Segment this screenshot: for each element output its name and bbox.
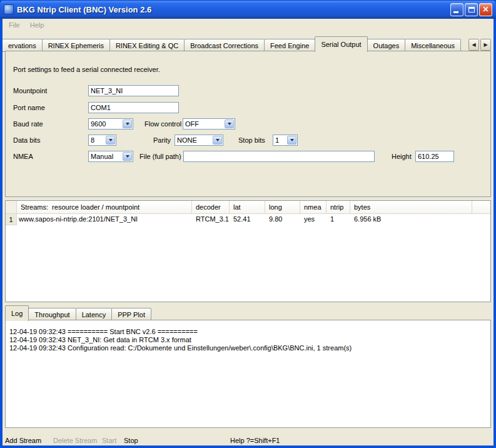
- stop-bits-select[interactable]: 1: [273, 135, 298, 146]
- stop-button[interactable]: Stop: [124, 435, 138, 445]
- main-tab-bar: ervations RINEX Ephemeris RINEX Editing …: [3, 36, 491, 51]
- streams-table: Streams: resource loader / mountpoint de…: [5, 200, 491, 302]
- cell-long: 9.80: [265, 214, 300, 225]
- baud-rate-value: 9600: [89, 120, 123, 128]
- bnc-window: BKG Ntrip Client (BNC) Version 2.6 ✕ Fil…: [0, 0, 496, 448]
- parity-value: NONE: [175, 136, 213, 144]
- log-line: 12-04-19 09:32:43 Configuration read: C:…: [9, 344, 487, 352]
- dropdown-arrow-icon: [213, 136, 222, 145]
- tab-serial-output[interactable]: Serial Output: [315, 36, 367, 52]
- cell-ntrip: 1: [326, 214, 350, 225]
- delete-stream-button[interactable]: Delete Stream: [53, 435, 97, 445]
- header-decoder[interactable]: decoder: [192, 201, 230, 214]
- tab-scroll-right-icon[interactable]: ▶: [480, 39, 491, 51]
- header-bytes[interactable]: bytes: [350, 201, 472, 214]
- header-lat[interactable]: lat: [230, 201, 265, 214]
- tab-rinex-ephemeris[interactable]: RINEX Ephemeris: [42, 39, 110, 52]
- row-number: 1: [6, 214, 17, 225]
- window-title: BKG Ntrip Client (BNC) Version 2.6: [17, 5, 450, 14]
- mountpoint-input[interactable]: [88, 85, 179, 96]
- pane-description: Port settings to feed a serial connected…: [13, 64, 160, 75]
- minimize-icon: [453, 11, 458, 13]
- data-bits-value: 8: [89, 136, 106, 144]
- port-name-input[interactable]: [88, 102, 179, 113]
- baud-rate-label: Baud rate: [13, 118, 43, 130]
- nmea-label: NMEA: [13, 151, 33, 162]
- header-filler: [472, 201, 490, 214]
- tab-latency[interactable]: Latency: [76, 308, 113, 321]
- table-corner: [6, 201, 17, 214]
- log-text: 12-04-19 09:32:43 ========== Start BNC v…: [6, 320, 490, 352]
- dropdown-arrow-icon: [106, 136, 115, 145]
- serial-output-pane: Port settings to feed a serial connected…: [5, 51, 491, 197]
- file-path-input[interactable]: [183, 151, 375, 162]
- menu-help[interactable]: Help: [25, 19, 49, 32]
- flow-control-value: OFF: [183, 120, 225, 128]
- height-label: Height: [392, 151, 412, 162]
- tab-feed-engine[interactable]: Feed Engine: [264, 39, 315, 52]
- cell-decoder: RTCM_3.1: [192, 214, 230, 225]
- app-icon: [4, 4, 14, 14]
- tab-observations[interactable]: ervations: [3, 39, 43, 52]
- flow-control-select[interactable]: OFF: [183, 118, 235, 130]
- tab-rinex-editing-qc[interactable]: RINEX Editing & QC: [109, 39, 185, 52]
- dropdown-arrow-icon: [123, 120, 132, 128]
- nmea-value: Manual: [89, 153, 123, 160]
- close-button[interactable]: ✕: [479, 3, 492, 16]
- cell-lat: 52.41: [230, 214, 265, 225]
- cell-filler: [472, 214, 490, 225]
- data-bits-label: Data bits: [13, 135, 40, 146]
- nmea-select[interactable]: Manual: [88, 151, 133, 162]
- add-stream-button[interactable]: Add Stream: [5, 435, 41, 445]
- file-path-label: File (full path): [139, 151, 181, 162]
- menubar: File Help: [4, 19, 49, 32]
- header-nmea[interactable]: nmea: [300, 201, 326, 214]
- tab-log[interactable]: Log: [5, 305, 29, 321]
- mountpoint-label: Mountpoint: [13, 85, 47, 96]
- header-mountpoint[interactable]: Streams: resource loader / mountpoint: [17, 201, 192, 214]
- stop-bits-value: 1: [273, 136, 287, 144]
- baud-rate-select[interactable]: 9600: [88, 118, 133, 130]
- log-line: 12-04-19 09:32:43 NET_3_NI: Get data in …: [9, 336, 487, 344]
- tab-ppp-plot[interactable]: PPP Plot: [111, 308, 151, 321]
- minimize-button[interactable]: [450, 3, 463, 16]
- tab-throughput[interactable]: Throughput: [28, 308, 76, 321]
- log-line: 12-04-19 09:32:43 ========== Start BNC v…: [9, 328, 487, 336]
- tab-outages[interactable]: Outages: [367, 39, 406, 52]
- menu-file[interactable]: File: [4, 19, 25, 32]
- maximize-icon: [468, 7, 475, 13]
- dropdown-arrow-icon: [287, 136, 296, 145]
- header-ntrip[interactable]: ntrip: [326, 201, 350, 214]
- tab-scroll-buttons: ◀ ▶: [468, 39, 491, 51]
- window-controls: ✕: [450, 3, 492, 16]
- maximize-button[interactable]: [465, 3, 478, 16]
- port-name-label: Port name: [13, 102, 45, 113]
- dropdown-arrow-icon: [123, 152, 132, 161]
- parity-select[interactable]: NONE: [175, 135, 223, 146]
- parity-label: Parity: [153, 135, 171, 146]
- cell-mountpoint: www.sapos-ni-ntrip.de:2101/NET_3_NI: [17, 214, 192, 225]
- stream-row[interactable]: 1 www.sapos-ni-ntrip.de:2101/NET_3_NI RT…: [6, 214, 490, 225]
- header-long[interactable]: long: [265, 201, 300, 214]
- tab-scroll-left-icon[interactable]: ◀: [468, 39, 479, 51]
- streams-table-header: Streams: resource loader / mountpoint de…: [6, 201, 490, 214]
- titlebar[interactable]: BKG Ntrip Client (BNC) Version 2.6 ✕: [0, 0, 496, 19]
- dropdown-arrow-icon: [225, 120, 234, 128]
- bottom-tab-bar: Log Throughput Latency PPP Plot: [3, 306, 491, 320]
- height-input[interactable]: [415, 151, 454, 162]
- help-shortcut-label: Help ?=Shift+F1: [230, 435, 280, 445]
- tab-miscellaneous[interactable]: Miscellaneous: [405, 39, 461, 52]
- data-bits-select[interactable]: 8: [88, 135, 116, 146]
- tab-broadcast-corrections[interactable]: Broadcast Corrections: [184, 39, 265, 52]
- cell-nmea: yes: [300, 214, 326, 225]
- close-icon: ✕: [480, 4, 492, 16]
- stop-bits-label: Stop bits: [238, 135, 265, 146]
- flow-control-label: Flow control: [144, 118, 181, 130]
- start-button[interactable]: Start: [102, 435, 116, 445]
- log-view[interactable]: 12-04-19 09:32:43 ========== Start BNC v…: [5, 320, 491, 428]
- cell-bytes: 6.956 kB: [350, 214, 472, 225]
- client-area: File Help ervations RINEX Ephemeris RINE…: [3, 19, 493, 445]
